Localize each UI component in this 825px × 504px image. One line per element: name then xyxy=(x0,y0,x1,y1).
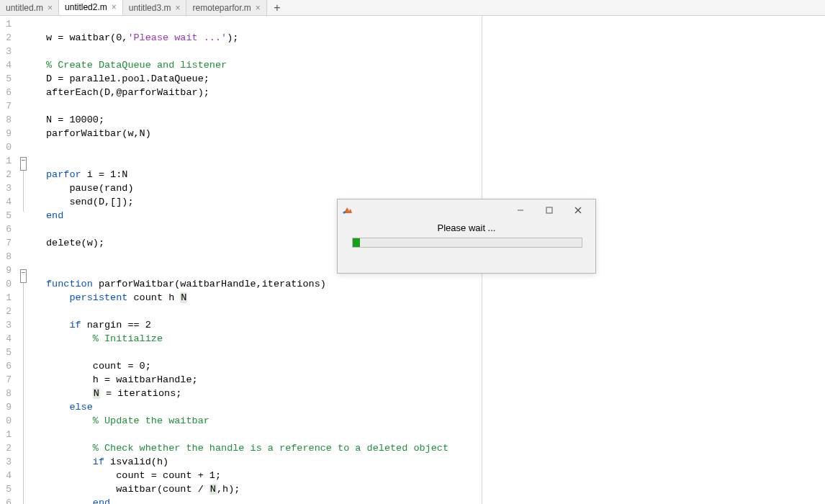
line-number: 0 xyxy=(0,414,13,428)
line-number: 1 xyxy=(0,428,13,441)
close-icon[interactable]: × xyxy=(256,4,261,12)
dialog-titlebar[interactable] xyxy=(338,199,595,221)
line-number: 1 xyxy=(0,154,13,168)
tab-untitled[interactable]: untitled.m × xyxy=(0,0,59,15)
line-number: 5 xyxy=(0,72,13,86)
line-number: 7 xyxy=(0,236,13,250)
svg-rect-1 xyxy=(546,207,552,213)
line-number: 3 xyxy=(0,45,13,58)
fold-toggle[interactable] xyxy=(13,269,33,283)
line-number: 5 xyxy=(0,482,13,496)
line-number: 1 xyxy=(0,291,13,305)
close-button[interactable] xyxy=(564,200,592,220)
minimize-button[interactable] xyxy=(506,200,535,220)
line-number: 6 xyxy=(0,359,13,373)
line-number: 2 xyxy=(0,441,13,455)
line-number: 3 xyxy=(0,181,13,195)
line-number: 4 xyxy=(0,58,13,72)
waitbar-progress-fill xyxy=(353,238,360,247)
add-tab-button[interactable]: + xyxy=(267,0,287,15)
line-number: 9 xyxy=(0,127,13,140)
line-number: 9 xyxy=(0,400,13,414)
line-number: 7 xyxy=(0,99,13,113)
line-number: 2 xyxy=(0,305,13,318)
line-number: 4 xyxy=(0,469,13,482)
line-number: 0 xyxy=(0,277,13,291)
line-number: 6 xyxy=(0,86,13,99)
tab-untitled3[interactable]: untitled3.m × xyxy=(123,0,187,15)
fold-column xyxy=(13,16,33,504)
waitbar-dialog: Please wait ... xyxy=(337,199,596,274)
matlab-icon xyxy=(342,204,353,216)
waitbar-text: Please wait ... xyxy=(352,222,581,233)
line-number: 7 xyxy=(0,373,13,387)
tab-label: remoteparfor.m xyxy=(192,3,251,13)
line-number: 6 xyxy=(0,222,13,236)
line-number: 4 xyxy=(0,332,13,346)
line-number: 3 xyxy=(0,318,13,332)
line-number: 8 xyxy=(0,113,13,127)
line-number: 1 xyxy=(0,17,13,31)
tab-label: untitled3.m xyxy=(129,3,171,13)
line-number: 2 xyxy=(0,31,13,45)
close-icon[interactable]: × xyxy=(112,3,117,12)
line-number: 0 xyxy=(0,140,13,154)
line-number: 8 xyxy=(0,250,13,264)
line-number-gutter: 123456789012345678901234567890123456 xyxy=(0,16,13,504)
fold-toggle[interactable] xyxy=(13,157,33,171)
line-number: 9 xyxy=(0,264,13,277)
waitbar-progress xyxy=(352,238,582,248)
tab-untitled2[interactable]: untitled2.m × xyxy=(59,0,123,15)
line-number: 6 xyxy=(0,496,13,504)
line-number: 5 xyxy=(0,209,13,222)
tab-remoteparfor[interactable]: remoteparfor.m × xyxy=(186,0,266,15)
line-number: 3 xyxy=(0,455,13,469)
line-number: 8 xyxy=(0,387,13,400)
tab-label: untitled.m xyxy=(6,3,43,13)
line-number: 4 xyxy=(0,195,13,209)
close-icon[interactable]: × xyxy=(48,4,53,12)
close-icon[interactable]: × xyxy=(175,4,180,12)
line-number: 5 xyxy=(0,346,13,359)
maximize-button[interactable] xyxy=(535,200,564,220)
line-number: 2 xyxy=(0,168,13,181)
tab-label: untitled2.m xyxy=(65,2,107,12)
tab-bar: untitled.m × untitled2.m × untitled3.m ×… xyxy=(0,0,825,16)
